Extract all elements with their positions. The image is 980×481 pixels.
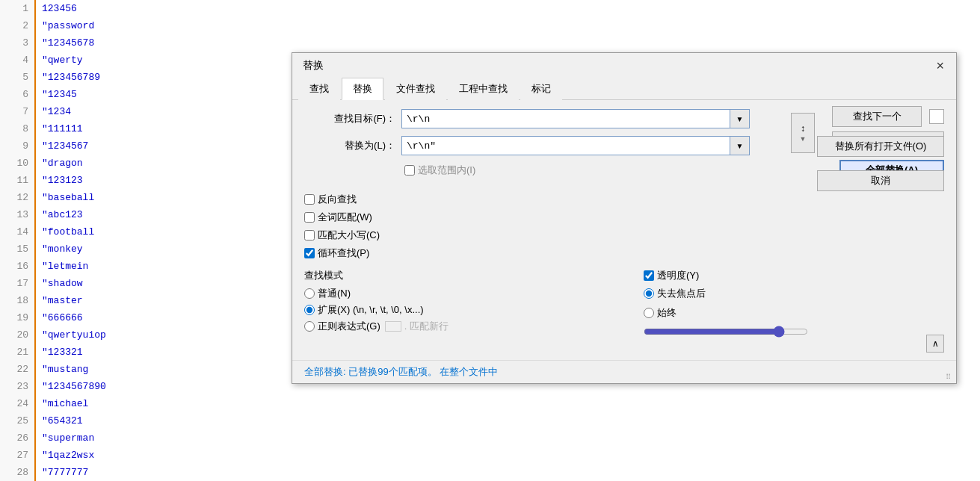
search-mode-label: 查找模式 xyxy=(304,269,632,282)
line-num: 17 xyxy=(0,275,28,292)
transparency-label-text: 透明度(Y) xyxy=(657,269,699,282)
line-num: 21 xyxy=(0,344,28,361)
close-button[interactable]: × xyxy=(933,59,947,72)
regex-mode-option[interactable]: 正则表达式(G) xyxy=(304,318,380,335)
line-num: 24 xyxy=(0,395,28,412)
find-label: 查找目标(F)： xyxy=(304,112,401,125)
dialog-title: 替换 xyxy=(303,59,324,72)
line-num: 23 xyxy=(0,378,28,395)
match-case-option[interactable]: 匹配大小写(C) xyxy=(304,227,808,243)
tab-find-in-project[interactable]: 工程中查找 xyxy=(448,78,519,100)
line-numbers: 1 2 3 4 5 6 7 8 9 10 11 12 13 14 15 16 1… xyxy=(0,0,36,481)
line-num: 16 xyxy=(0,258,28,275)
regex-mode-label: 正则表达式(G) xyxy=(318,320,380,333)
dialog-tabs: 查找 替换 文件查找 工程中查找 标记 xyxy=(292,77,956,100)
line-num: 18 xyxy=(0,292,28,309)
line-num: 2 xyxy=(0,17,28,34)
replace-label: 替换为(L)： xyxy=(304,139,401,152)
code-line: "654321 xyxy=(42,412,980,429)
scope-label: 选取范围内(I) xyxy=(418,164,475,177)
transparency-header: 透明度(Y) xyxy=(644,269,808,282)
extended-mode-radio[interactable] xyxy=(304,305,315,315)
normal-mode-option[interactable]: 普通(N) xyxy=(304,285,632,302)
status-text: 全部替换: 已替换99个匹配项。 在整个文件中 xyxy=(304,366,498,377)
on-lose-focus-option[interactable]: 失去焦点后 xyxy=(644,285,808,302)
line-num: 13 xyxy=(0,206,28,223)
match-case-label: 匹配大小写(C) xyxy=(318,229,380,242)
find-next-button[interactable]: 查找下一个 xyxy=(832,106,922,127)
whole-word-label: 全词匹配(W) xyxy=(318,211,372,224)
find-row: 查找目标(F)： ▼ xyxy=(304,109,787,128)
line-num: 12 xyxy=(0,189,28,206)
line-num: 14 xyxy=(0,223,28,241)
replace-all-open-button[interactable]: 替换所有打开文件(O) xyxy=(817,136,944,157)
replace-dropdown[interactable]: ▼ xyxy=(730,136,750,155)
wrap-option[interactable]: 循环查找(P) xyxy=(304,245,808,261)
scope-checkbox[interactable] xyxy=(404,165,415,176)
regex-mode-radio[interactable] xyxy=(304,321,315,332)
replace-dialog: 替换 × 查找 替换 文件查找 工程中查找 标记 查找目标(F)： ▼ xyxy=(292,52,957,384)
on-lose-focus-label: 失去焦点后 xyxy=(657,287,706,300)
wrap-checkbox[interactable] xyxy=(304,248,315,258)
on-lose-focus-radio[interactable] xyxy=(644,288,654,299)
replace-input[interactable] xyxy=(401,136,730,155)
reverse-find-checkbox[interactable] xyxy=(304,194,315,205)
line-num: 8 xyxy=(0,120,28,137)
code-line: "12345678 xyxy=(42,34,980,52)
line-num: 3 xyxy=(0,34,28,52)
whole-word-option[interactable]: 全词匹配(W) xyxy=(304,209,808,226)
line-num: 20 xyxy=(0,326,28,344)
line-num: 5 xyxy=(0,69,28,86)
newline-match-label: . 匹配新行 xyxy=(404,320,449,333)
dialog-title-bar: 替换 × xyxy=(292,53,956,77)
code-line: "superman xyxy=(42,429,980,447)
transparency-checkbox[interactable] xyxy=(644,270,654,281)
tab-mark[interactable]: 标记 xyxy=(520,78,562,100)
wrap-label: 循环查找(P) xyxy=(318,246,369,260)
extended-mode-label: 扩展(X) (\n, \r, \t, \0, \x...) xyxy=(318,303,424,317)
find-dropdown[interactable]: ▼ xyxy=(730,109,750,128)
line-num: 6 xyxy=(0,86,28,103)
extended-mode-option[interactable]: 扩展(X) (\n, \r, \t, \0, \x...) xyxy=(304,302,632,318)
always-radio[interactable] xyxy=(644,308,654,318)
line-num: 1 xyxy=(0,0,28,17)
newline-match-option[interactable]: . 匹配新行 xyxy=(385,320,449,333)
always-option[interactable]: 始终 xyxy=(644,305,808,321)
reverse-find-label: 反向查找 xyxy=(318,193,357,206)
line-num: 28 xyxy=(0,464,28,481)
replace-row: 替换为(L)： ▼ xyxy=(304,136,787,155)
normal-mode-radio[interactable] xyxy=(304,288,315,299)
transparency-slider[interactable] xyxy=(644,326,808,338)
replace-input-wrap: ▼ xyxy=(401,136,750,155)
code-line: "1qaz2wsx xyxy=(42,447,980,464)
scroll-up-button[interactable]: ∧ xyxy=(926,335,944,353)
tab-find[interactable]: 查找 xyxy=(298,78,340,100)
tab-find-in-files[interactable]: 文件查找 xyxy=(385,78,446,100)
line-num: 26 xyxy=(0,429,28,447)
resize-handle[interactable]: ⠿ xyxy=(946,373,955,382)
line-num: 4 xyxy=(0,52,28,69)
status-bar: 全部替换: 已替换99个匹配项。 在整个文件中 xyxy=(292,360,956,383)
find-next-checkbox[interactable] xyxy=(929,109,944,124)
cancel-button[interactable]: 取消 xyxy=(817,170,944,191)
whole-word-checkbox[interactable] xyxy=(304,212,315,223)
dialog-body: 查找目标(F)： ▼ 替换为(L)： ▼ xyxy=(292,100,956,360)
line-num: 27 xyxy=(0,447,28,464)
normal-mode-label: 普通(N) xyxy=(318,287,351,300)
newline-check xyxy=(385,321,401,332)
find-input-wrap: ▼ xyxy=(401,109,750,128)
always-label: 始终 xyxy=(657,306,677,320)
tab-replace[interactable]: 替换 xyxy=(342,78,383,100)
search-mode-section: 查找模式 普通(N) 扩展(X) (\n, \r, \t, \0, \x...) xyxy=(304,269,632,338)
match-case-checkbox[interactable] xyxy=(304,230,315,241)
line-num: 11 xyxy=(0,172,28,189)
line-num: 22 xyxy=(0,361,28,378)
reverse-find-option[interactable]: 反向查找 xyxy=(304,191,808,208)
line-num: 19 xyxy=(0,309,28,326)
line-num: 25 xyxy=(0,412,28,429)
line-num: 9 xyxy=(0,137,28,155)
find-input[interactable] xyxy=(401,109,730,128)
code-line: "7777777 xyxy=(42,464,980,481)
line-num: 7 xyxy=(0,103,28,120)
transparency-section: 透明度(Y) 失去焦点后 始终 xyxy=(644,269,808,338)
